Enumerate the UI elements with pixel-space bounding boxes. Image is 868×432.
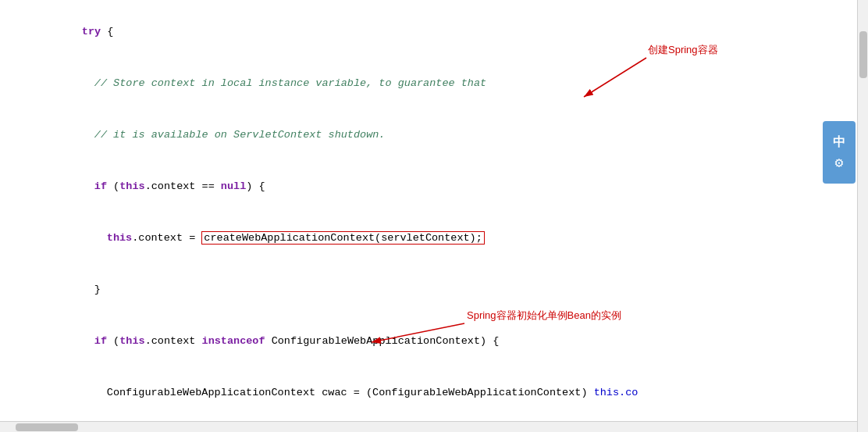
- scrollbar-thumb-h[interactable]: [16, 423, 78, 431]
- code-line: // Store context in local instance varia…: [0, 58, 868, 109]
- code-line: try {: [0, 6, 868, 58]
- gear-icon: ⚙: [835, 154, 844, 171]
- scrollbar-thumb-v[interactable]: [859, 31, 867, 78]
- code-line: if (this.context == null) {: [0, 161, 868, 212]
- code-container: try { // Store context in local instance…: [0, 0, 868, 432]
- code-line: // it is available on ServletContext shu…: [0, 109, 868, 161]
- code-area: try { // Store context in local instance…: [0, 0, 868, 432]
- scrollbar-vertical[interactable]: [857, 0, 868, 432]
- ime-widget[interactable]: 中 ⚙: [823, 121, 856, 184]
- scrollbar-horizontal[interactable]: [0, 421, 857, 432]
- code-line: }: [0, 264, 868, 316]
- code-line: if (this.context instanceof Configurable…: [0, 316, 868, 367]
- ime-zh-label: 中: [833, 134, 845, 151]
- highlight-createWebApp: createWebApplicationContext(servletConte…: [201, 231, 484, 245]
- code-line: ConfigurableWebApplicationContext cwac =…: [0, 367, 868, 419]
- code-line-highlighted-1: this.context = createWebApplicationConte…: [0, 212, 868, 264]
